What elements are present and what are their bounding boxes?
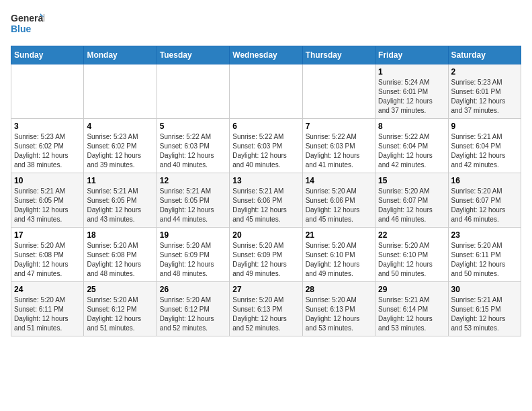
day-number: 26 (160, 285, 226, 294)
day-number: 15 (378, 176, 445, 185)
day-info: Sunrise: 5:20 AM Sunset: 6:11 PM Dayligh… (451, 241, 518, 279)
day-number: 5 (160, 122, 226, 131)
day-info: Sunrise: 5:20 AM Sunset: 6:13 PM Dayligh… (306, 295, 372, 333)
day-info: Sunrise: 5:20 AM Sunset: 6:10 PM Dayligh… (378, 241, 445, 279)
day-info: Sunrise: 5:20 AM Sunset: 6:12 PM Dayligh… (160, 295, 226, 333)
day-info: Sunrise: 5:20 AM Sunset: 6:09 PM Dayligh… (232, 241, 299, 279)
day-number: 18 (87, 230, 153, 240)
weekday-header: Tuesday (157, 46, 229, 64)
weekday-header: Thursday (302, 46, 375, 64)
day-number: 14 (306, 176, 372, 185)
day-number: 24 (14, 285, 81, 294)
calendar-cell: 22Sunrise: 5:20 AM Sunset: 6:10 PM Dayli… (375, 228, 448, 282)
day-number: 6 (232, 122, 299, 131)
day-number: 11 (87, 176, 153, 185)
calendar-week-row: 10Sunrise: 5:21 AM Sunset: 6:05 PM Dayli… (11, 173, 521, 228)
day-info: Sunrise: 5:21 AM Sunset: 6:06 PM Dayligh… (232, 187, 299, 224)
day-number: 16 (451, 176, 518, 185)
calendar-cell (11, 64, 84, 119)
calendar-cell: 26Sunrise: 5:20 AM Sunset: 6:12 PM Dayli… (157, 282, 229, 336)
weekday-header: Friday (375, 46, 448, 64)
day-info: Sunrise: 5:21 AM Sunset: 6:05 PM Dayligh… (14, 187, 81, 224)
weekday-header: Wednesday (230, 46, 302, 64)
calendar-cell: 21Sunrise: 5:20 AM Sunset: 6:10 PM Dayli… (302, 228, 375, 282)
day-number: 12 (160, 176, 226, 185)
svg-text:General: General (11, 13, 44, 24)
logo: General Blue (11, 11, 44, 38)
day-number: 29 (378, 285, 445, 294)
day-info: Sunrise: 5:22 AM Sunset: 6:03 PM Dayligh… (232, 132, 299, 170)
calendar-cell: 7Sunrise: 5:22 AM Sunset: 6:03 PM Daylig… (302, 119, 375, 173)
day-number: 7 (306, 122, 372, 131)
day-info: Sunrise: 5:20 AM Sunset: 6:08 PM Dayligh… (87, 241, 153, 279)
calendar-cell: 9Sunrise: 5:21 AM Sunset: 6:04 PM Daylig… (448, 119, 521, 173)
day-info: Sunrise: 5:20 AM Sunset: 6:10 PM Dayligh… (306, 241, 372, 279)
calendar-cell: 6Sunrise: 5:22 AM Sunset: 6:03 PM Daylig… (230, 119, 302, 173)
day-number: 8 (378, 122, 445, 131)
weekday-header: Monday (84, 46, 157, 64)
day-number: 22 (378, 230, 445, 240)
day-number: 13 (232, 176, 299, 185)
logo-svg: General Blue (11, 11, 44, 38)
calendar-cell: 17Sunrise: 5:20 AM Sunset: 6:08 PM Dayli… (11, 228, 84, 282)
day-info: Sunrise: 5:22 AM Sunset: 6:04 PM Dayligh… (378, 132, 445, 170)
calendar-cell: 18Sunrise: 5:20 AM Sunset: 6:08 PM Dayli… (84, 228, 157, 282)
day-number: 17 (14, 230, 81, 240)
calendar-cell (230, 64, 302, 119)
calendar-cell: 30Sunrise: 5:21 AM Sunset: 6:15 PM Dayli… (448, 282, 521, 336)
day-info: Sunrise: 5:21 AM Sunset: 6:05 PM Dayligh… (160, 187, 226, 224)
calendar-cell: 2Sunrise: 5:23 AM Sunset: 6:01 PM Daylig… (448, 64, 521, 119)
calendar-table: SundayMondayTuesdayWednesdayThursdayFrid… (11, 46, 521, 336)
calendar-week-row: 1Sunrise: 5:24 AM Sunset: 6:01 PM Daylig… (11, 64, 521, 119)
day-info: Sunrise: 5:20 AM Sunset: 6:06 PM Dayligh… (306, 187, 372, 224)
calendar-cell: 16Sunrise: 5:20 AM Sunset: 6:07 PM Dayli… (448, 173, 521, 228)
day-info: Sunrise: 5:23 AM Sunset: 6:01 PM Dayligh… (451, 78, 518, 116)
weekday-header: Sunday (11, 46, 84, 64)
calendar-cell: 1Sunrise: 5:24 AM Sunset: 6:01 PM Daylig… (375, 64, 448, 119)
day-number: 28 (306, 285, 372, 294)
day-info: Sunrise: 5:20 AM Sunset: 6:07 PM Dayligh… (451, 187, 518, 224)
calendar-cell: 15Sunrise: 5:20 AM Sunset: 6:07 PM Dayli… (375, 173, 448, 228)
day-number: 23 (451, 230, 518, 240)
calendar-cell (84, 64, 157, 119)
day-number: 19 (160, 230, 226, 240)
calendar-week-row: 17Sunrise: 5:20 AM Sunset: 6:08 PM Dayli… (11, 228, 521, 282)
day-info: Sunrise: 5:23 AM Sunset: 6:02 PM Dayligh… (14, 132, 81, 170)
svg-text:Blue: Blue (11, 24, 32, 34)
calendar-cell: 19Sunrise: 5:20 AM Sunset: 6:09 PM Dayli… (157, 228, 229, 282)
calendar-cell: 23Sunrise: 5:20 AM Sunset: 6:11 PM Dayli… (448, 228, 521, 282)
day-number: 3 (14, 122, 81, 131)
day-number: 9 (451, 122, 518, 131)
day-info: Sunrise: 5:23 AM Sunset: 6:02 PM Dayligh… (87, 132, 153, 170)
day-info: Sunrise: 5:21 AM Sunset: 6:15 PM Dayligh… (451, 295, 518, 333)
day-number: 25 (87, 285, 153, 294)
calendar-week-row: 24Sunrise: 5:20 AM Sunset: 6:11 PM Dayli… (11, 282, 521, 336)
calendar-cell (157, 64, 229, 119)
day-info: Sunrise: 5:20 AM Sunset: 6:09 PM Dayligh… (160, 241, 226, 279)
weekday-header-row: SundayMondayTuesdayWednesdayThursdayFrid… (11, 46, 521, 64)
day-number: 30 (451, 285, 518, 294)
day-info: Sunrise: 5:21 AM Sunset: 6:04 PM Dayligh… (451, 132, 518, 170)
calendar-cell: 24Sunrise: 5:20 AM Sunset: 6:11 PM Dayli… (11, 282, 84, 336)
day-number: 10 (14, 176, 81, 185)
day-info: Sunrise: 5:22 AM Sunset: 6:03 PM Dayligh… (306, 132, 372, 170)
calendar-cell: 20Sunrise: 5:20 AM Sunset: 6:09 PM Dayli… (230, 228, 302, 282)
calendar-week-row: 3Sunrise: 5:23 AM Sunset: 6:02 PM Daylig… (11, 119, 521, 173)
day-info: Sunrise: 5:24 AM Sunset: 6:01 PM Dayligh… (378, 78, 445, 116)
calendar-cell: 5Sunrise: 5:22 AM Sunset: 6:03 PM Daylig… (157, 119, 229, 173)
day-number: 4 (87, 122, 153, 131)
day-number: 1 (378, 67, 445, 77)
calendar-cell: 28Sunrise: 5:20 AM Sunset: 6:13 PM Dayli… (302, 282, 375, 336)
day-info: Sunrise: 5:21 AM Sunset: 6:05 PM Dayligh… (87, 187, 153, 224)
day-info: Sunrise: 5:22 AM Sunset: 6:03 PM Dayligh… (160, 132, 226, 170)
day-info: Sunrise: 5:20 AM Sunset: 6:12 PM Dayligh… (87, 295, 153, 333)
day-info: Sunrise: 5:20 AM Sunset: 6:11 PM Dayligh… (14, 295, 81, 333)
calendar-cell (302, 64, 375, 119)
calendar-cell: 12Sunrise: 5:21 AM Sunset: 6:05 PM Dayli… (157, 173, 229, 228)
calendar-cell: 29Sunrise: 5:21 AM Sunset: 6:14 PM Dayli… (375, 282, 448, 336)
calendar-cell: 14Sunrise: 5:20 AM Sunset: 6:06 PM Dayli… (302, 173, 375, 228)
calendar-cell: 13Sunrise: 5:21 AM Sunset: 6:06 PM Dayli… (230, 173, 302, 228)
day-number: 2 (451, 67, 518, 77)
day-number: 27 (232, 285, 299, 294)
day-info: Sunrise: 5:20 AM Sunset: 6:13 PM Dayligh… (232, 295, 299, 333)
